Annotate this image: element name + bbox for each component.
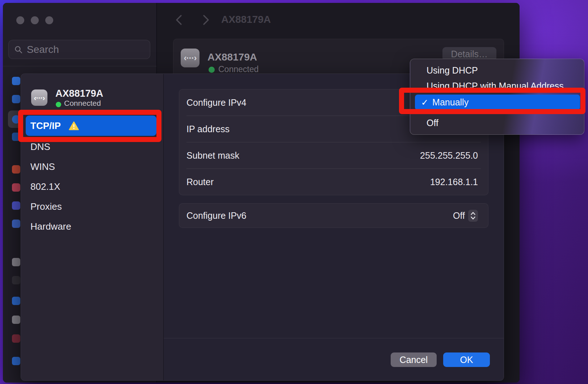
menu-item-using-dhcp[interactable]: Using DHCP xyxy=(410,63,584,78)
control-center-icon[interactable] xyxy=(12,316,20,324)
sidebar-item-8021x[interactable]: 802.1X xyxy=(26,176,156,197)
sidebar-divider xyxy=(3,66,157,66)
desktop: Search AX88179A xyxy=(0,0,588,384)
up-down-chevrons-icon xyxy=(470,212,476,220)
sidebar-item-proxies[interactable]: Proxies xyxy=(26,196,156,217)
device-name: AX88179A xyxy=(55,88,103,99)
ethernet-icon: ‹···› xyxy=(31,89,47,106)
notifications-icon[interactable] xyxy=(12,165,20,174)
sidebar-item-wins[interactable]: WINS xyxy=(26,156,156,177)
accessibility-icon[interactable] xyxy=(12,297,20,305)
device-status: Connected xyxy=(64,99,101,108)
sound-icon[interactable] xyxy=(12,183,20,192)
annotation-box-manually xyxy=(399,88,585,114)
siri-icon[interactable] xyxy=(12,334,20,343)
ethernet-icon: ‹···› xyxy=(181,49,200,67)
ipv6-settings-group: Configure IPv6 Off xyxy=(179,203,488,228)
connected-status-dot xyxy=(56,102,61,107)
search-input[interactable]: Search xyxy=(8,40,150,59)
ipv6-popup-button[interactable] xyxy=(468,210,478,222)
subnet-mask-row: Subnet mask 255.255.255.0 xyxy=(179,142,488,168)
zoom-button[interactable] xyxy=(45,16,53,24)
close-button[interactable] xyxy=(16,16,24,24)
appearance-icon[interactable] xyxy=(12,276,20,284)
search-placeholder: Search xyxy=(27,44,59,55)
sidebar-item-hardware[interactable]: Hardware xyxy=(26,216,156,237)
search-icon xyxy=(14,46,22,54)
connected-status-dot xyxy=(209,67,215,73)
page-title: AX88179A xyxy=(221,14,271,25)
configure-ipv6-row: Configure IPv6 Off xyxy=(179,204,488,228)
forward-icon[interactable] xyxy=(202,14,210,25)
minimize-button[interactable] xyxy=(31,16,39,24)
wifi-icon[interactable] xyxy=(12,77,20,85)
device-status: Connected xyxy=(218,64,259,74)
general-icon[interactable] xyxy=(12,258,20,266)
back-icon[interactable] xyxy=(175,14,183,25)
privacy-icon[interactable] xyxy=(12,357,20,365)
router-row: Router 192.168.1.1 xyxy=(179,169,488,195)
footer-divider xyxy=(164,338,504,338)
ok-button[interactable]: OK xyxy=(443,352,490,367)
cancel-button[interactable]: Cancel xyxy=(391,352,437,367)
device-name: AX88179A xyxy=(207,51,257,63)
annotation-box-tcpip xyxy=(18,110,161,142)
menu-item-off[interactable]: Off xyxy=(410,115,584,131)
focus-icon[interactable] xyxy=(12,201,20,210)
screen-time-icon[interactable] xyxy=(12,220,20,228)
bluetooth-icon[interactable] xyxy=(12,95,20,103)
